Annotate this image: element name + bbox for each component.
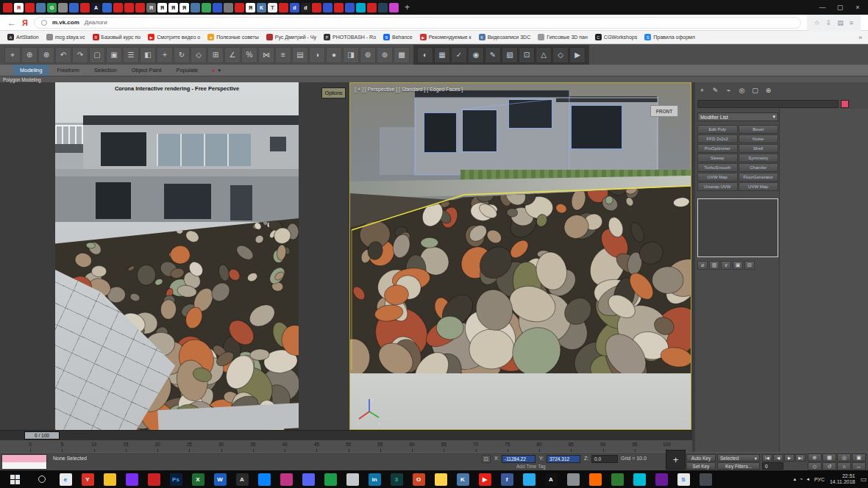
toolbar-icon[interactable]: ✓: [451, 47, 467, 63]
stack-toolbar-icon[interactable]: ∨: [721, 261, 731, 270]
taskbar-app-icon[interactable]: [518, 470, 540, 488]
browser-tab[interactable]: [113, 3, 123, 12]
bookmark-item[interactable]: mcg.staya.vc: [45, 34, 87, 40]
stack-toolbar-icon[interactable]: ▥: [709, 261, 719, 270]
taskbar-app-icon[interactable]: A: [231, 470, 253, 488]
action-center-icon[interactable]: ▭: [860, 476, 867, 483]
back-button[interactable]: ←: [7, 18, 16, 28]
toolbar-icon[interactable]: ⌖: [4, 47, 21, 63]
ribbon-collapse-icon[interactable]: ▾: [218, 68, 221, 73]
taskbar-app-icon[interactable]: [341, 470, 363, 488]
selection-set-dropdown[interactable]: Selected ▾: [717, 454, 760, 462]
browser-tab[interactable]: Я: [246, 3, 255, 12]
stack-toolbar-icon[interactable]: ⌀: [697, 261, 708, 270]
toolbar-icon[interactable]: ☰: [123, 47, 139, 63]
options-button[interactable]: Options: [321, 87, 346, 98]
bookmark-item[interactable]: ▶Смотрите видео о: [146, 34, 202, 40]
taskbar-app-icon[interactable]: [143, 470, 165, 488]
modifier-button[interactable]: ProOptimizer: [697, 144, 738, 153]
browser-tab[interactable]: Я: [168, 3, 178, 12]
time-slider-track[interactable]: 0 / 100: [0, 430, 692, 439]
bookmark-item[interactable]: ★Полезные советы: [206, 34, 260, 40]
taskbar-app-icon[interactable]: e: [54, 470, 77, 488]
browser-tab[interactable]: d: [301, 3, 310, 12]
toolbar-icon[interactable]: ▶: [569, 47, 586, 63]
browser-tab[interactable]: [202, 3, 211, 12]
browser-tab[interactable]: Я: [157, 3, 167, 12]
browser-tab[interactable]: [213, 3, 222, 12]
zoom-all-icon[interactable]: ▦: [822, 453, 836, 462]
ribbon-tab-populate[interactable]: Populate: [170, 65, 205, 76]
browser-tab[interactable]: [25, 3, 35, 12]
browser-tab[interactable]: [102, 3, 112, 12]
timeline-ruler[interactable]: 0510152025303540455055606570758085909510…: [0, 439, 692, 452]
url-input[interactable]: m.vk.com Диалоги: [34, 17, 801, 29]
toolbar-icon[interactable]: ∠: [224, 47, 241, 63]
modifier-button[interactable]: UVW Map: [739, 182, 779, 191]
go-start-button[interactable]: |◀: [762, 454, 772, 462]
search-button[interactable]: [29, 470, 54, 488]
toolbar-icon[interactable]: ◇: [191, 47, 207, 63]
browser-tab[interactable]: [224, 3, 233, 12]
browser-tab[interactable]: [235, 3, 244, 12]
browser-panel-icon[interactable]: ☆: [814, 19, 820, 26]
bookmark-item[interactable]: KВидеозаписи 3DC: [477, 34, 533, 40]
set-key-button[interactable]: Set Key: [686, 462, 716, 470]
modifier-stack[interactable]: [697, 198, 778, 257]
zoom-icon[interactable]: ⊕: [808, 453, 822, 462]
perspective-viewport[interactable]: [ + ] [ Perspective ] [ Standard ] [ Edg…: [349, 82, 691, 430]
browser-tab[interactable]: G: [47, 3, 57, 12]
toolbar-icon[interactable]: ◨: [343, 47, 359, 63]
field-of-view-icon[interactable]: ◇: [808, 462, 822, 470]
browser-tab[interactable]: d: [290, 3, 299, 12]
object-name-field[interactable]: [697, 100, 839, 108]
yandex-logo[interactable]: Я: [22, 18, 28, 27]
browser-tab[interactable]: Я: [14, 3, 24, 12]
corona-render-viewport[interactable]: Corona Interactive rendering - Free Pers…: [55, 82, 299, 430]
modifier-button[interactable]: Symmetry: [739, 154, 779, 162]
prev-frame-button[interactable]: ◀: [773, 454, 783, 462]
browser-tab[interactable]: [378, 3, 388, 12]
bookmark-item[interactable]: BBehance: [382, 34, 414, 40]
ribbon-tab-modeling[interactable]: Modeling: [13, 65, 49, 76]
toolbar-icon[interactable]: ✎: [485, 47, 501, 63]
ribbon-panel-strip[interactable]: Polygon Modeling: [0, 76, 868, 82]
browser-tab[interactable]: [279, 3, 288, 12]
modifier-button[interactable]: Noise: [739, 134, 779, 143]
viewport-label[interactable]: [ + ] [ Perspective ] [ Standard ] [ Edg…: [355, 87, 463, 92]
panel-tab-modify[interactable]: ✎: [710, 85, 721, 95]
toolbar-icon[interactable]: ◉: [468, 47, 484, 63]
toolbar-icon[interactable]: ▢: [89, 47, 105, 63]
add-viewport-layout-button[interactable]: +: [666, 450, 686, 470]
toolbar-icon[interactable]: ◑: [309, 47, 325, 63]
modifier-list-dropdown[interactable]: Modifier List ▾: [697, 112, 778, 121]
modifier-button[interactable]: Chamfer: [739, 163, 779, 172]
browser-tab[interactable]: T: [268, 3, 277, 12]
bookmark-item[interactable]: Рус Дмитрий - Чу: [265, 34, 318, 40]
modifier-button[interactable]: FloorGenerator: [739, 173, 779, 182]
toolbar-icon[interactable]: ↶: [55, 47, 71, 63]
browser-tab[interactable]: A: [91, 3, 101, 12]
bookmarks-overflow-icon[interactable]: »: [858, 34, 862, 41]
taskbar-app-icon[interactable]: Y: [77, 470, 99, 488]
panel-tab-create[interactable]: +: [697, 85, 708, 95]
zoom-region-icon[interactable]: ▣: [852, 453, 866, 462]
x-coordinate-field[interactable]: -11284.22: [502, 455, 536, 463]
toolbar-icon[interactable]: ▣: [106, 47, 122, 63]
browser-tab[interactable]: [323, 3, 332, 12]
taskbar-app-icon[interactable]: [584, 470, 606, 488]
browser-tab[interactable]: [356, 3, 366, 12]
bookmark-item[interactable]: CCGWorkshops: [594, 34, 638, 40]
taskbar-app-icon[interactable]: [562, 470, 584, 488]
bookmark-item[interactable]: PPHOTOBASH - Ro: [322, 34, 377, 40]
ribbon-tab-freeform[interactable]: Freeform: [50, 65, 85, 76]
listener-macro-row[interactable]: [2, 455, 46, 462]
window-maximize-button[interactable]: ▢: [831, 0, 849, 15]
ribbon-tab-selection[interactable]: Selection: [88, 65, 124, 76]
toolbar-icon[interactable]: ◐: [417, 47, 433, 63]
modifier-button[interactable]: Unwrap UVW: [697, 182, 738, 191]
modifier-button[interactable]: UVW Map: [697, 173, 738, 182]
taskbar-app-icon[interactable]: W: [209, 470, 231, 488]
taskbar-app-icon[interactable]: X: [187, 470, 209, 488]
taskbar-app-icon[interactable]: ▶: [474, 470, 496, 488]
